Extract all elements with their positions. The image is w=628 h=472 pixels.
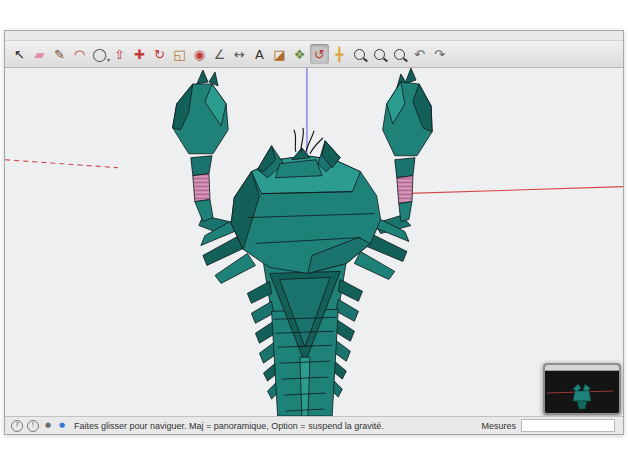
preview-overlay[interactable] [543, 363, 621, 415]
drawing-canvas[interactable] [5, 68, 623, 416]
paint-bucket-icon: ◪ [273, 48, 285, 61]
arc-icon: ◠ [74, 48, 85, 61]
right-claw [375, 68, 433, 234]
rotate-icon: ↻ [154, 48, 165, 61]
text-icon: A [255, 48, 264, 61]
3d-viewport[interactable] [5, 68, 623, 416]
tail [247, 261, 362, 416]
toolbar: ↖▰✎◠◯▾⇧✚↻◱◉∠↔A◪❖↺╋↶↷ [5, 41, 623, 68]
move-icon: ✚ [134, 48, 145, 61]
eraser-icon: ▰ [35, 48, 45, 61]
tape-measure-icon: ∠ [214, 48, 226, 61]
components-icon: ❖ [294, 48, 306, 61]
scale-icon: ◱ [173, 48, 185, 61]
measurements-area: Mesures [481, 419, 617, 432]
next-view-icon: ↷ [434, 48, 445, 61]
rotate-tool[interactable]: ↻ [150, 44, 169, 64]
line-icon: ✎ [54, 48, 65, 61]
red-axis-negative-line [5, 160, 118, 168]
status-hint-text: Faites glisser pour naviguer. Maj = pano… [74, 421, 384, 431]
orbit-icon: ↺ [314, 48, 325, 61]
move-tool[interactable]: ✚ [130, 44, 149, 64]
model-crayfish [173, 68, 433, 416]
next-view-tool[interactable]: ↷ [430, 44, 449, 64]
sketchup-window: ↖▰✎◠◯▾⇧✚↻◱◉∠↔A◪❖↺╋↶↷ [4, 30, 624, 435]
feedback-icon[interactable]: ! [27, 420, 39, 432]
antennae [294, 128, 323, 154]
push-pull-icon: ⇧ [114, 48, 125, 61]
zoom-window-tool[interactable] [370, 44, 389, 64]
help-icon[interactable]: ? [11, 420, 23, 432]
tape-measure-tool[interactable]: ∠ [210, 44, 229, 64]
zoom-extents-icon [394, 49, 405, 60]
geolocation-icon[interactable]: ● [57, 421, 67, 431]
eraser-tool[interactable]: ▰ [30, 44, 49, 64]
red-axis-positive-line [401, 187, 623, 194]
dimensions-tool[interactable]: ↔ [230, 44, 249, 64]
push-pull-tool[interactable]: ⇧ [110, 44, 129, 64]
arc-tool[interactable]: ◠ [70, 44, 89, 64]
shapes-tool[interactable]: ◯▾ [90, 44, 109, 64]
scale-tool[interactable]: ◱ [170, 44, 189, 64]
credits-icon[interactable]: ● [43, 421, 53, 431]
select-icon: ↖ [14, 48, 25, 61]
zoom-window-icon [374, 49, 385, 60]
zoom-tool[interactable] [350, 44, 369, 64]
zoom-extents-tool[interactable] [390, 44, 409, 64]
orbit-tool[interactable]: ↺ [310, 44, 329, 64]
screen: ↖▰✎◠◯▾⇧✚↻◱◉∠↔A◪❖↺╋↶↷ [0, 0, 628, 472]
components-tool[interactable]: ❖ [290, 44, 309, 64]
statusbar: ?!●●Faites glisser pour naviguer. Maj = … [5, 416, 623, 434]
left-claw [173, 70, 230, 236]
previous-view-tool[interactable]: ↶ [410, 44, 429, 64]
preview-scene [545, 371, 615, 412]
dimensions-icon: ↔ [234, 48, 245, 61]
zoom-icon [354, 49, 365, 60]
shapes-icon: ◯ [92, 48, 107, 61]
paint-bucket-tool[interactable]: ◪ [270, 44, 289, 64]
offset-tool[interactable]: ◉ [190, 44, 209, 64]
line-tool[interactable]: ✎ [50, 44, 69, 64]
previous-view-icon: ↶ [414, 48, 425, 61]
select-tool[interactable]: ↖ [10, 44, 29, 64]
window-titlebar [5, 31, 623, 41]
text-tool[interactable]: A [250, 44, 269, 64]
pan-tool[interactable]: ╋ [330, 44, 349, 64]
pan-icon: ╋ [336, 48, 344, 61]
offset-icon: ◉ [194, 48, 205, 61]
measurements-label: Mesures [481, 421, 516, 431]
measurements-input[interactable] [521, 419, 615, 432]
